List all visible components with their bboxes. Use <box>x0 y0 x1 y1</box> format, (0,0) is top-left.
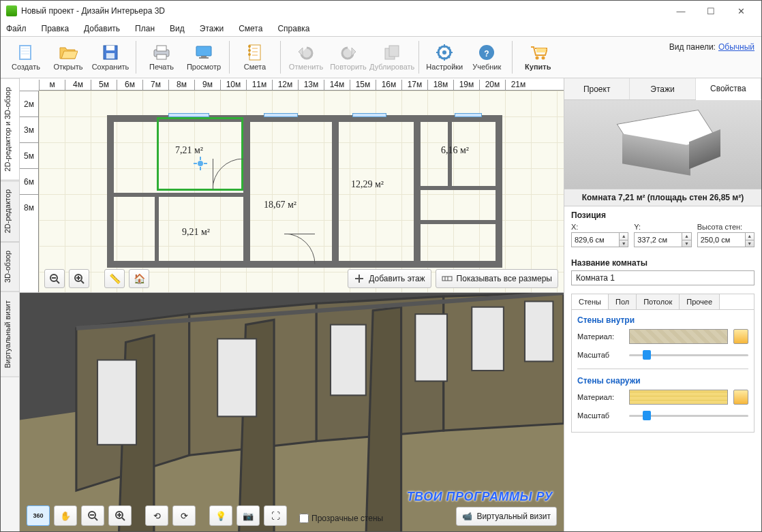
window-controls: — ☐ ✕ <box>666 1 756 20</box>
svg-rect-10 <box>249 45 260 60</box>
right-panel: Проект Этажи Свойства Комната 7,21 м² (п… <box>564 78 761 531</box>
menu-file[interactable]: Файл <box>3 22 29 35</box>
snapshot-button[interactable]: 📷 <box>237 505 260 526</box>
svg-rect-47 <box>217 339 256 416</box>
svg-point-20 <box>536 57 539 60</box>
titlebar: Новый проект - Дизайн Интерьера 3D — ☐ ✕ <box>1 1 761 21</box>
svg-line-26 <box>57 281 59 283</box>
outside-scale-slider[interactable] <box>629 409 748 422</box>
svg-rect-34 <box>442 277 452 281</box>
subtab-walls[interactable]: Стены <box>572 294 609 309</box>
redo-button[interactable]: Повторить <box>327 37 369 77</box>
rtab-project[interactable]: Проект <box>564 78 630 99</box>
inside-material-swatch[interactable] <box>629 329 728 344</box>
save-button[interactable]: Сохранить <box>89 37 132 77</box>
svg-rect-48 <box>331 325 366 396</box>
room-label-5: 9,21 м² <box>182 227 210 238</box>
duplicate-button[interactable]: Дублировать <box>369 37 414 77</box>
vtab-2d[interactable]: 2D-редактор <box>1 181 19 242</box>
plan-toolbar-left: 📏 🏠 <box>44 269 149 288</box>
transparent-walls-check[interactable]: Прозрачные стены <box>299 514 383 523</box>
zoom-in-button[interactable] <box>69 269 89 288</box>
svg-rect-46 <box>97 360 136 444</box>
inside-material-browse[interactable] <box>733 329 748 344</box>
menu-help[interactable]: Справка <box>275 22 312 35</box>
show-dims-button[interactable]: Показывать все размеры <box>436 269 558 288</box>
home-button[interactable]: 🏠 <box>129 269 149 288</box>
menu-estimate[interactable]: Смета <box>236 22 265 35</box>
menu-floors[interactable]: Этажи <box>197 22 226 35</box>
room-3d-preview <box>564 100 761 189</box>
estimate-button[interactable]: Смета <box>234 37 276 77</box>
svg-point-21 <box>542 57 545 60</box>
add-floor-button[interactable]: Добавить этаж <box>348 269 431 288</box>
svg-rect-6 <box>157 54 166 59</box>
print-button[interactable]: Печать <box>140 37 183 77</box>
open-button[interactable]: Открыть <box>47 37 89 77</box>
create-button[interactable]: Создать <box>5 37 47 77</box>
maximize-button[interactable]: ☐ <box>696 1 726 20</box>
vtab-2d3d[interactable]: 2D-редактор и 3D-обзор <box>1 78 19 181</box>
svg-rect-5 <box>157 46 166 51</box>
undo-button[interactable]: Отменить <box>285 37 327 77</box>
outside-material-browse[interactable] <box>733 390 748 405</box>
plan-grid[interactable]: 7,21 м² 6,16 м² 12,29 м² 18,67 м² 9,21 м… <box>39 91 564 292</box>
buy-button[interactable]: Купить <box>517 37 559 77</box>
panel-mode: Вид панели:Обычный <box>669 42 755 52</box>
pos-y-input[interactable]: ▲▼ <box>634 232 691 247</box>
menu-add[interactable]: Добавить <box>81 22 123 35</box>
svg-rect-7 <box>196 46 211 56</box>
rtab-properties[interactable]: Свойства <box>696 78 761 100</box>
menu-view[interactable]: Вид <box>167 22 187 35</box>
zoom-out-3d-button[interactable] <box>81 505 104 526</box>
menu-plan[interactable]: План <box>132 22 157 35</box>
virtual-visit-button[interactable]: 📹 Виртуальный визит <box>456 507 557 526</box>
walls-panel: Стены внутри Материал: Масштаб Стены сна… <box>571 309 755 433</box>
app-icon <box>6 5 17 16</box>
svg-rect-33 <box>359 275 360 283</box>
inside-scale-slider[interactable] <box>629 348 748 362</box>
minimize-button[interactable]: — <box>666 1 696 20</box>
light-button[interactable]: 💡 <box>209 505 232 526</box>
svg-rect-3 <box>106 53 115 59</box>
plan-2d-view[interactable]: м4м5м6м7м8м9м10м11м12м13м14м15м16м17м18м… <box>20 78 564 293</box>
tutorial-button[interactable]: ?Учебник <box>466 37 508 77</box>
subtab-floor[interactable]: Пол <box>609 294 637 309</box>
outside-material-swatch[interactable] <box>629 390 728 405</box>
right-tabs: Проект Этажи Свойства <box>564 78 761 100</box>
position-section: Позиция X:▲▼ Y:▲▼ Высота стен:▲▼ <box>564 206 761 254</box>
rotate-ccw-button[interactable]: ⟲ <box>145 505 168 526</box>
svg-marker-45 <box>366 307 401 531</box>
rtab-floors[interactable]: Этажи <box>630 78 695 99</box>
zoom-out-button[interactable] <box>44 269 65 288</box>
menu-edit[interactable]: Правка <box>39 22 72 35</box>
close-button[interactable]: ✕ <box>726 1 756 20</box>
pan-button[interactable]: ✋ <box>54 505 77 526</box>
svg-line-54 <box>95 518 97 520</box>
zoom-in-3d-button[interactable] <box>108 505 132 526</box>
preview-button[interactable]: Просмотр <box>183 37 225 77</box>
subtab-other[interactable]: Прочее <box>680 294 720 309</box>
svg-line-57 <box>122 518 125 520</box>
measure-button[interactable]: 📏 <box>104 269 125 288</box>
vtab-virtual[interactable]: Виртуальный визит <box>1 292 19 377</box>
rotate-cw-button[interactable]: ⟳ <box>172 505 196 526</box>
fullscreen-button[interactable]: ⛶ <box>264 505 287 526</box>
svg-rect-0 <box>20 46 31 59</box>
room-info: Комната 7,21 м² (площадь стен 26,85 м²) <box>564 189 761 206</box>
subtab-ceiling[interactable]: Потолок <box>637 294 680 309</box>
panel-mode-link[interactable]: Обычный <box>718 42 755 52</box>
room-name-input[interactable] <box>571 270 755 285</box>
toolbar: Создать Открыть Сохранить Печать Просмот… <box>1 36 761 78</box>
settings-button[interactable]: Настройки <box>423 37 466 77</box>
wall-height-input[interactable]: ▲▼ <box>697 232 755 247</box>
pos-x-input[interactable]: ▲▼ <box>571 232 628 247</box>
svg-rect-8 <box>201 56 207 57</box>
orbit-360-button[interactable]: 360 <box>27 505 50 526</box>
svg-point-24 <box>198 161 203 166</box>
room-label-3: 12,29 м² <box>351 179 384 190</box>
vtab-3d[interactable]: 3D-обзор <box>1 242 19 292</box>
view-3d[interactable]: 360 ✋ ⟲ ⟳ 💡 📷 ⛶ Прозрачные стены 📹 Вирту… <box>20 293 564 531</box>
svg-point-12 <box>248 49 251 52</box>
svg-rect-50 <box>472 307 504 371</box>
